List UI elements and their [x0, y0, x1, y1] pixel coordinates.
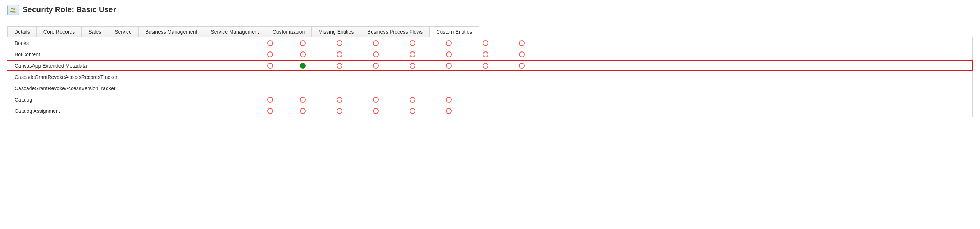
entity-label: Catalog Assignment	[7, 108, 256, 114]
privilege-cell	[285, 63, 321, 69]
privilege-toggle[interactable]	[446, 40, 452, 46]
tab-service[interactable]: Service	[108, 27, 139, 37]
entity-row: BotContent	[7, 49, 972, 60]
privilege-cell	[431, 97, 467, 103]
entity-row: Catalog Assignment	[7, 105, 972, 116]
privilege-toggle[interactable]	[409, 97, 415, 103]
tab-business-process-flows[interactable]: Business Process Flows	[361, 27, 430, 37]
tabs: Details Core Records Sales Service Busin…	[7, 26, 479, 37]
privilege-grid: BooksBotContentCanvasApp Extended Metada…	[7, 37, 973, 116]
privilege-cell	[504, 63, 540, 69]
privilege-toggle[interactable]	[267, 108, 273, 114]
privilege-cell	[467, 40, 504, 46]
privilege-cell	[321, 51, 358, 57]
privilege-cell	[256, 51, 285, 57]
tab-business-management[interactable]: Business Management	[139, 27, 204, 37]
privilege-toggle[interactable]	[519, 51, 525, 57]
privilege-cell	[358, 63, 394, 69]
privilege-toggle[interactable]	[446, 108, 452, 114]
privilege-toggle[interactable]	[267, 40, 273, 46]
entity-label: Catalog	[7, 97, 256, 103]
privilege-toggle[interactable]	[337, 63, 342, 69]
privilege-toggle[interactable]	[373, 97, 379, 103]
privilege-cell	[321, 97, 358, 103]
privilege-toggle[interactable]	[519, 40, 525, 46]
privilege-cell	[394, 97, 431, 103]
entity-label: CascadeGrantRevokeAccessVersionTracker	[7, 86, 256, 91]
tab-custom-entities[interactable]: Custom Entities	[430, 27, 479, 37]
privilege-cell	[394, 63, 431, 69]
tab-customization[interactable]: Customization	[266, 27, 312, 37]
privilege-cell	[256, 108, 285, 114]
privilege-cell	[467, 63, 504, 69]
tab-core-records[interactable]: Core Records	[37, 27, 82, 37]
entity-label: CascadeGrantRevokeAccessRecordsTracker	[7, 74, 256, 80]
tab-missing-entities[interactable]: Missing Entities	[312, 27, 361, 37]
privilege-toggle[interactable]	[409, 108, 415, 114]
entity-label: Books	[7, 40, 256, 46]
entity-row: Books	[7, 37, 972, 49]
privilege-cell	[394, 108, 431, 114]
entity-row: CascadeGrantRevokeAccessRecordsTracker	[7, 71, 972, 83]
privilege-toggle[interactable]	[267, 97, 273, 103]
privilege-toggle[interactable]	[337, 51, 342, 57]
security-role-icon	[7, 5, 19, 15]
privilege-toggle[interactable]	[337, 40, 342, 46]
page-title: Security Role: Basic User	[22, 5, 116, 14]
privilege-toggle[interactable]	[300, 63, 306, 69]
tab-sales[interactable]: Sales	[82, 27, 108, 37]
privilege-cell	[431, 40, 467, 46]
entity-label: BotContent	[7, 51, 256, 57]
privilege-toggle[interactable]	[409, 63, 415, 69]
privilege-toggle[interactable]	[446, 97, 452, 103]
privilege-toggle[interactable]	[300, 40, 306, 46]
privilege-toggle[interactable]	[482, 63, 488, 69]
privilege-toggle[interactable]	[267, 63, 273, 69]
privilege-toggle[interactable]	[267, 51, 273, 57]
privilege-cell	[431, 63, 467, 69]
privilege-toggle[interactable]	[300, 108, 306, 114]
privilege-cell	[358, 40, 394, 46]
privilege-cell	[321, 40, 358, 46]
entity-label: CanvasApp Extended Metadata	[7, 63, 256, 69]
privilege-cell	[431, 108, 467, 114]
entity-row: CanvasApp Extended Metadata	[6, 60, 973, 71]
privilege-cell	[358, 51, 394, 57]
privilege-cell	[285, 40, 321, 46]
privilege-cell	[358, 108, 394, 114]
privilege-cell	[504, 51, 540, 57]
privilege-cell	[394, 40, 431, 46]
privilege-toggle[interactable]	[446, 63, 452, 69]
page-header: Security Role: Basic User	[7, 4, 973, 15]
privilege-cell	[256, 97, 285, 103]
privilege-toggle[interactable]	[300, 51, 306, 57]
privilege-toggle[interactable]	[409, 51, 415, 57]
privilege-cell	[256, 40, 285, 46]
privilege-cell	[285, 108, 321, 114]
privilege-toggle[interactable]	[337, 97, 342, 103]
privilege-cell	[467, 51, 504, 57]
privilege-cell	[321, 63, 358, 69]
privilege-toggle[interactable]	[409, 40, 415, 46]
entity-row: Catalog	[7, 94, 972, 105]
privilege-toggle[interactable]	[373, 51, 379, 57]
entity-row: CascadeGrantRevokeAccessVersionTracker	[7, 83, 972, 94]
tab-details[interactable]: Details	[8, 27, 37, 37]
privilege-cell	[431, 51, 467, 57]
privilege-toggle[interactable]	[337, 108, 342, 114]
privilege-cell	[285, 97, 321, 103]
privilege-cell	[321, 108, 358, 114]
privilege-toggle[interactable]	[482, 51, 488, 57]
privilege-toggle[interactable]	[446, 51, 452, 57]
privilege-toggle[interactable]	[373, 40, 379, 46]
privilege-cell	[504, 40, 540, 46]
privilege-toggle[interactable]	[519, 63, 525, 69]
privilege-cell	[285, 51, 321, 57]
privilege-cell	[358, 97, 394, 103]
privilege-toggle[interactable]	[373, 108, 379, 114]
svg-point-1	[13, 8, 15, 11]
privilege-toggle[interactable]	[373, 63, 379, 69]
privilege-toggle[interactable]	[300, 97, 306, 103]
tab-service-management[interactable]: Service Management	[204, 27, 266, 37]
privilege-toggle[interactable]	[482, 40, 488, 46]
